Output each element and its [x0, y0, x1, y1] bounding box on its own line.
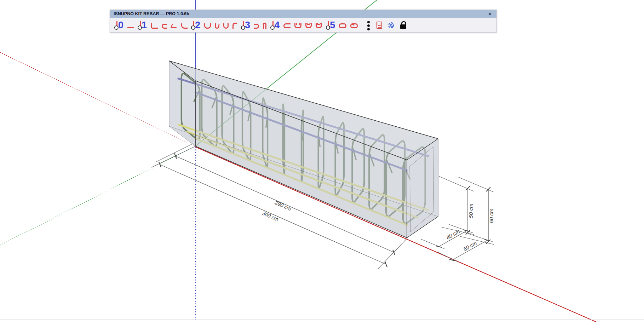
shape-group-2-button[interactable]: 2 [195, 19, 200, 31]
u-stirrup-hooks-icon[interactable] [294, 23, 301, 28]
svg-text:300 cm: 300 cm [261, 210, 280, 222]
dimension-width-inner[interactable]: 40 cm [436, 228, 470, 247]
open-stirrup-right-icon[interactable] [283, 23, 291, 28]
shape-4-pin-icon[interactable] [270, 21, 275, 30]
shape-group-1-button[interactable]: 1 [142, 19, 147, 31]
open-stirrup-curl-icon[interactable] [316, 23, 322, 28]
slant-l-bar-icon[interactable] [181, 23, 188, 29]
svg-text:50 cm: 50 cm [462, 240, 478, 252]
concrete-beam-front-faces[interactable] [169, 61, 438, 238]
window-titlebar[interactable]: ISNUPNO KIT REBAR — PRO 1.0.6b ✕ [110, 10, 496, 18]
toolbar-tools: 012345 [110, 18, 496, 32]
model-viewport[interactable]: 290 cm 300 cm 40 cm 50 cm 50 cm 60 cm [0, 0, 644, 322]
svg-text:290 cm: 290 cm [274, 199, 292, 212]
shape-group-4-button[interactable]: 4 [274, 19, 280, 31]
lock-icon[interactable] [400, 24, 406, 29]
angle-bend-bar-icon[interactable] [170, 24, 178, 28]
pin-bar-icon[interactable] [263, 23, 266, 29]
shape-1-pin-icon[interactable] [138, 21, 142, 30]
closed-stirrup-hook-icon[interactable] [350, 23, 358, 28]
svg-text:50 cm: 50 cm [468, 204, 474, 218]
dimension-width-outer[interactable]: 50 cm [449, 240, 490, 261]
straight-bar-icon[interactable] [127, 27, 134, 28]
shape-group-5-button[interactable]: 5 [330, 19, 335, 31]
shape-group-0-button[interactable]: 0 [118, 19, 123, 31]
l-bend-bar-icon[interactable] [151, 23, 158, 29]
closed-stirrup-icon[interactable] [339, 23, 346, 28]
close-button[interactable]: ✕ [487, 12, 493, 16]
shape-group-3-button[interactable]: 3 [245, 19, 250, 31]
more-options-icon[interactable] [367, 21, 370, 23]
u-bar-icon[interactable] [204, 23, 211, 29]
narrow-u-bar-icon[interactable] [223, 23, 229, 29]
dimension-height-outer[interactable]: 60 cm [486, 187, 494, 244]
open-stirrup-top-icon[interactable] [305, 23, 312, 28]
left-hook-bar-icon[interactable] [254, 24, 259, 29]
svg-text:60 cm: 60 cm [488, 209, 494, 223]
j-hook-bar-icon[interactable] [214, 23, 220, 29]
shape-0-pin-icon[interactable] [114, 21, 119, 30]
shape-5-pin-icon[interactable] [326, 21, 330, 30]
window-title: ISNUPNO KIT REBAR — PRO 1.0.6b [114, 11, 487, 16]
settings-gear-icon[interactable] [388, 22, 394, 28]
top-hook-bar-icon[interactable] [232, 23, 237, 29]
viewport-bottom-border [0, 320, 644, 320]
shape-3-pin-icon[interactable] [241, 21, 246, 30]
shape-2-pin-icon[interactable] [191, 21, 196, 30]
c-hook-bar-icon[interactable] [162, 24, 167, 29]
dimension-height-inner[interactable]: 50 cm [466, 186, 474, 235]
report-document-icon[interactable] [376, 22, 382, 29]
rebar-plugin-window[interactable]: ISNUPNO KIT REBAR — PRO 1.0.6b ✕ 012345 [110, 10, 497, 33]
